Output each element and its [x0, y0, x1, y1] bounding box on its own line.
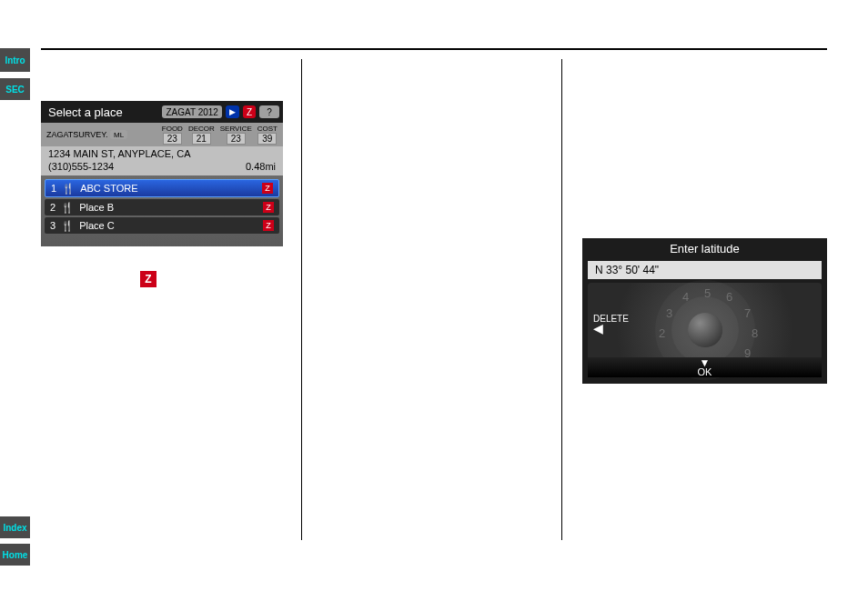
tab-home[interactable]: Home: [0, 544, 30, 566]
phone-row: (310)555-1234 0.48mi: [41, 161, 283, 175]
zagat-survey-label: ZAGATSURVEY. ML: [46, 130, 127, 140]
item-name: Place C: [79, 220, 115, 231]
column-separator: [561, 59, 562, 540]
titlebar-chips: ZAGAT 2012 ▶ Z ?: [162, 105, 279, 118]
help-icon: ?: [259, 105, 279, 118]
phone-text: (310)555-1234: [48, 161, 114, 172]
ok-button[interactable]: ▼ OK: [588, 357, 822, 377]
arrow-down-icon: ▼: [588, 359, 822, 366]
arrow-chip: ▶: [226, 105, 239, 118]
list-item[interactable]: 1 🍴 ABC STORE Z: [45, 179, 279, 197]
screenshot-select-a-place: Select a place ZAGAT 2012 ▶ Z ? ZAGATSUR…: [41, 101, 283, 246]
zagat-survey-text: ZAGATSURVEY.: [46, 130, 108, 139]
item-name: ABC STORE: [80, 183, 137, 194]
item-index: 3: [50, 220, 56, 231]
dial-digit: 8: [752, 326, 758, 340]
rotary-dial[interactable]: DELETE ◀ 5 6 4 7 3 8 2 9 1 0 ▼ OK: [588, 283, 822, 377]
item-index: 1: [51, 183, 56, 194]
list-item[interactable]: 2 🍴 Place B Z: [45, 199, 279, 215]
screen-title: Select a place: [48, 105, 123, 119]
dial-digit: 2: [659, 326, 665, 340]
latitude-field[interactable]: N 33° 50' 44": [588, 261, 822, 279]
tab-sec[interactable]: SEC: [0, 78, 30, 100]
arrow-left-icon: ◀: [593, 324, 629, 333]
list-item[interactable]: 3 🍴 Place C Z: [45, 217, 279, 234]
address-row: 1234 MAIN ST, ANYPLACE, CA: [41, 146, 283, 161]
z-icon: Z: [262, 183, 273, 194]
z-icon: Z: [263, 202, 274, 213]
food-header: FOOD: [162, 125, 183, 133]
dial-digit: 7: [744, 306, 751, 320]
z-icon: Z: [140, 271, 156, 287]
decor-header: DECOR: [188, 125, 215, 133]
dial-digit: 5: [704, 286, 711, 300]
z-icon: Z: [243, 105, 256, 118]
decor-value: 21: [192, 133, 211, 145]
utensil-icon: 🍴: [61, 202, 74, 214]
screenshot-titlebar: Select a place ZAGAT 2012 ▶ Z ?: [41, 101, 283, 123]
dial-digit: 6: [726, 290, 732, 304]
food-value: 23: [163, 133, 182, 145]
z-icon: Z: [263, 220, 274, 231]
screen-title: Enter latitude: [582, 238, 827, 259]
address-text: 1234 MAIN ST, ANYPLACE, CA: [48, 148, 191, 159]
place-list: 1 🍴 ABC STORE Z 2 🍴 Place B Z 3 🍴 Place …: [41, 175, 283, 239]
tab-index[interactable]: Index: [0, 516, 30, 538]
utensil-icon: 🍴: [61, 220, 74, 232]
service-value: 23: [227, 133, 246, 145]
zagat-scores: FOOD23 DECOR21 SERVICE23 COST39: [162, 125, 278, 145]
delete-button[interactable]: DELETE ◀: [593, 314, 629, 333]
dial-knob[interactable]: [688, 313, 722, 347]
dial-digit: 4: [682, 290, 689, 304]
utensil-icon: 🍴: [62, 183, 75, 195]
zagat-score-row: ZAGATSURVEY. ML FOOD23 DECOR21 SERVICE23…: [41, 123, 283, 146]
horizontal-rule: [41, 48, 827, 50]
service-header: SERVICE: [220, 125, 252, 133]
dial-digit: 3: [666, 306, 672, 320]
column-separator: [301, 59, 302, 540]
screenshot-enter-latitude: Enter latitude N 33° 50' 44" DELETE ◀ 5 …: [582, 238, 827, 384]
cost-header: COST: [257, 125, 278, 133]
tab-intro[interactable]: Intro: [0, 48, 30, 72]
item-name: Place B: [79, 202, 114, 213]
ml-chip: ML: [110, 130, 127, 139]
item-index: 2: [50, 202, 56, 213]
zagat-year-chip: ZAGAT 2012: [162, 105, 221, 118]
distance-text: 0.48mi: [246, 161, 276, 172]
ok-label: OK: [588, 366, 822, 377]
cost-value: 39: [257, 133, 277, 145]
